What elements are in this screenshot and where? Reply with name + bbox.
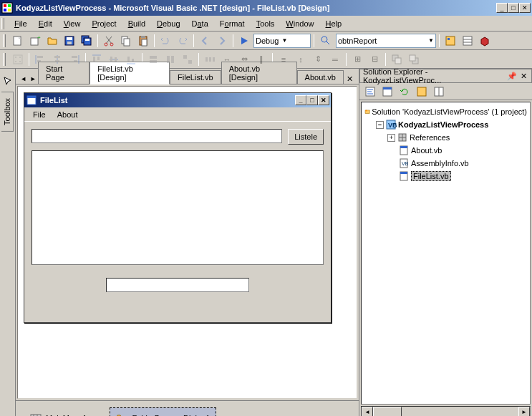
menu-window[interactable]: Window bbox=[280, 18, 319, 29]
find-dropdown[interactable]: obtnReport▼ bbox=[336, 34, 436, 48]
pin-button[interactable]: 📌 bbox=[507, 71, 517, 81]
scroll-left-button[interactable]: ◄ bbox=[362, 407, 373, 416]
properties-button[interactable] bbox=[431, 84, 447, 100]
tray-label: FolderBrowserDialog1 bbox=[132, 414, 210, 417]
align-center-button[interactable] bbox=[49, 52, 65, 67]
same-size-button[interactable] bbox=[180, 52, 195, 67]
form-close-button[interactable]: ✕ bbox=[318, 95, 329, 105]
form-minimize-button[interactable]: _ bbox=[295, 95, 306, 105]
form-maximize-button[interactable]: □ bbox=[306, 95, 318, 105]
form-menu-file[interactable]: File bbox=[27, 110, 52, 119]
copy-button[interactable] bbox=[118, 33, 134, 49]
menu-tools[interactable]: Tools bbox=[251, 18, 281, 29]
center-h-button[interactable]: ⊞ bbox=[349, 52, 365, 67]
maximize-button[interactable]: □ bbox=[508, 3, 519, 13]
tree-file-filelist[interactable]: FileList.vb bbox=[387, 170, 527, 183]
panel-close-button[interactable]: ✕ bbox=[518, 71, 528, 81]
tab-about-code[interactable]: About.vb bbox=[297, 70, 344, 84]
tree-file-assemblyinfo[interactable]: VB AssemblyInfo.vb bbox=[387, 157, 527, 170]
menu-project[interactable]: Project bbox=[86, 18, 122, 29]
toolbox-button[interactable] bbox=[477, 33, 493, 49]
scroll-thumb[interactable] bbox=[373, 407, 402, 416]
form-menu-about[interactable]: About bbox=[52, 110, 84, 119]
hspace-inc-button[interactable]: ↔ bbox=[219, 52, 235, 67]
tab-next-button[interactable]: ► bbox=[29, 74, 39, 84]
cut-button[interactable] bbox=[101, 33, 117, 49]
menu-format[interactable]: Format bbox=[214, 18, 251, 29]
align-bottom-button[interactable] bbox=[123, 52, 139, 67]
solution-tree[interactable]: Solution 'KodyazListViewProcess' (1 proj… bbox=[361, 102, 531, 405]
menu-file[interactable]: File bbox=[9, 18, 33, 29]
show-all-button[interactable] bbox=[414, 84, 430, 100]
send-back-button[interactable] bbox=[406, 52, 422, 67]
start-button[interactable] bbox=[236, 33, 252, 49]
hspace-dec-button[interactable]: ⇔ bbox=[236, 52, 252, 67]
open-button[interactable] bbox=[44, 33, 60, 49]
grip bbox=[3, 34, 6, 47]
design-canvas[interactable]: FileList _ □ ✕ File About Listele bbox=[17, 86, 357, 399]
same-width-button[interactable] bbox=[145, 52, 161, 67]
tree-project-node[interactable]: − VB KodyazListViewProcess bbox=[376, 118, 527, 131]
refresh-button[interactable] bbox=[397, 84, 412, 100]
form-filelist[interactable]: FileList _ □ ✕ File About Listele bbox=[24, 92, 332, 323]
align-grid-button[interactable] bbox=[10, 52, 26, 67]
tab-prev-button[interactable]: ◄ bbox=[19, 74, 29, 84]
tree-file-about[interactable]: About.vb bbox=[387, 144, 527, 157]
new-project-button[interactable] bbox=[10, 33, 26, 49]
properties-button[interactable] bbox=[460, 33, 475, 49]
vspace-inc-button[interactable]: ↕ bbox=[293, 52, 309, 67]
tab-close-button[interactable]: ✕ bbox=[344, 74, 356, 84]
listele-button[interactable]: Listele bbox=[288, 129, 324, 145]
hspace-remove-button[interactable]: ‖ bbox=[253, 52, 269, 67]
file-listbox[interactable] bbox=[32, 150, 324, 265]
align-right-button[interactable] bbox=[67, 52, 82, 67]
vspace-dec-button[interactable]: ⇕ bbox=[310, 52, 326, 67]
tree-references-node[interactable]: + References bbox=[387, 131, 527, 144]
path-textbox[interactable] bbox=[32, 129, 282, 143]
vspace-remove-button[interactable]: ═ bbox=[327, 52, 343, 67]
status-textbox[interactable] bbox=[106, 278, 249, 292]
view-code-button[interactable] bbox=[362, 84, 378, 100]
redo-button[interactable] bbox=[175, 33, 190, 49]
align-left-button[interactable] bbox=[32, 52, 48, 67]
menu-data[interactable]: Data bbox=[186, 18, 214, 29]
menu-build[interactable]: Build bbox=[122, 18, 151, 29]
form-client-area[interactable]: Listele bbox=[24, 122, 331, 322]
collapse-icon[interactable]: − bbox=[376, 121, 384, 129]
tray-folderbrowserdialog1[interactable]: FolderBrowserDialog1 bbox=[110, 407, 216, 417]
save-button[interactable] bbox=[62, 33, 77, 49]
center-v-button[interactable]: ⊟ bbox=[367, 52, 382, 67]
tree-hscrollbar[interactable]: ◄ ► bbox=[361, 406, 531, 416]
align-middle-button[interactable] bbox=[106, 52, 122, 67]
solution-explorer-button[interactable] bbox=[442, 33, 458, 49]
minimize-button[interactable]: _ bbox=[496, 3, 508, 13]
nav-back-button[interactable] bbox=[197, 33, 213, 49]
save-all-button[interactable] bbox=[79, 33, 95, 49]
config-dropdown[interactable]: Debug▼ bbox=[253, 34, 311, 48]
expand-icon[interactable]: + bbox=[387, 134, 395, 142]
tray-mainmenu1[interactable]: MainMenu1 bbox=[24, 408, 92, 417]
add-item-button[interactable]: + bbox=[27, 33, 43, 49]
menu-view[interactable]: View bbox=[58, 18, 87, 29]
nav-forward-button[interactable] bbox=[214, 33, 230, 49]
tree-solution-node[interactable]: Solution 'KodyazListViewProcess' (1 proj… bbox=[364, 105, 527, 118]
align-top-button[interactable] bbox=[89, 52, 105, 67]
hspace-equal-button[interactable] bbox=[202, 52, 218, 67]
svg-rect-76 bbox=[383, 87, 392, 90]
same-height-button[interactable] bbox=[163, 52, 178, 67]
toolbox-tab[interactable]: Toolbox bbox=[1, 92, 14, 132]
tray-label: MainMenu1 bbox=[46, 414, 87, 417]
svg-point-81 bbox=[366, 110, 367, 111]
paste-button[interactable] bbox=[135, 33, 151, 49]
scroll-right-button[interactable]: ► bbox=[518, 407, 530, 416]
vspace-equal-button[interactable]: ≡ bbox=[276, 52, 291, 67]
tab-filelist-code[interactable]: FileList.vb bbox=[170, 70, 221, 84]
menu-help[interactable]: Help bbox=[319, 18, 347, 29]
menu-edit[interactable]: Edit bbox=[33, 18, 58, 29]
menu-debug[interactable]: Debug bbox=[151, 18, 185, 29]
svg-rect-48 bbox=[127, 57, 130, 62]
view-designer-button[interactable] bbox=[379, 84, 395, 100]
bring-front-button[interactable] bbox=[389, 52, 405, 67]
close-button[interactable]: ✕ bbox=[519, 3, 531, 13]
undo-button[interactable] bbox=[158, 33, 173, 49]
